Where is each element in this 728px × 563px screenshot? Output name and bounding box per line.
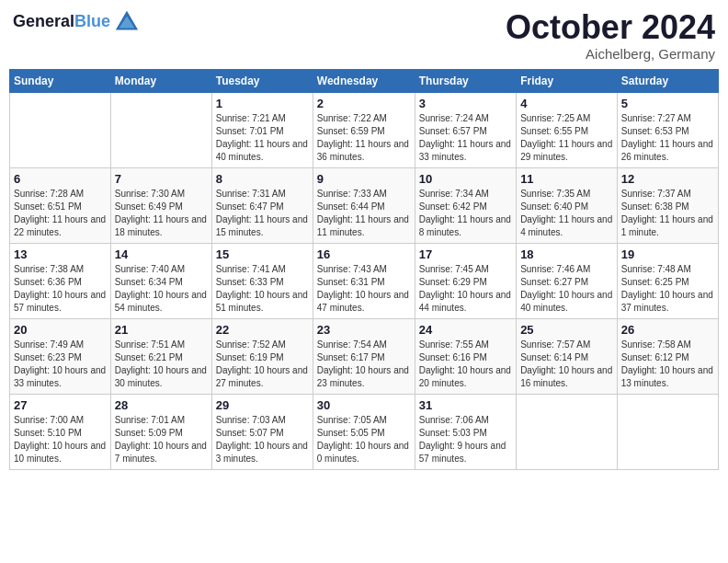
calendar-cell-w1-d0 (10, 92, 111, 167)
calendar-cell-w3-d0: 13Sunrise: 7:38 AM Sunset: 6:36 PM Dayli… (10, 243, 111, 318)
calendar-cell-w1-d3: 2Sunrise: 7:22 AM Sunset: 6:59 PM Daylig… (313, 92, 415, 167)
calendar-cell-w4-d4: 24Sunrise: 7:55 AM Sunset: 6:16 PM Dayli… (415, 318, 516, 394)
logo-icon (114, 9, 140, 35)
day-number: 9 (317, 172, 411, 186)
day-info: Sunrise: 7:55 AM Sunset: 6:16 PM Dayligh… (419, 339, 512, 390)
day-info: Sunrise: 7:52 AM Sunset: 6:19 PM Dayligh… (216, 339, 309, 390)
calendar-cell-w2-d2: 8Sunrise: 7:31 AM Sunset: 6:47 PM Daylig… (211, 167, 313, 243)
day-number: 12 (621, 172, 714, 186)
day-info: Sunrise: 7:37 AM Sunset: 6:38 PM Dayligh… (621, 188, 714, 239)
calendar-cell-w5-d6 (617, 394, 718, 469)
day-number: 6 (14, 172, 107, 186)
day-number: 20 (14, 323, 107, 337)
col-wednesday: Wednesday (313, 69, 415, 92)
day-number: 22 (216, 323, 309, 337)
page-header: GeneralBlue October 2024 Aichelberg, Ger… (9, 9, 719, 62)
col-tuesday: Tuesday (211, 69, 313, 92)
day-info: Sunrise: 7:22 AM Sunset: 6:59 PM Dayligh… (317, 112, 411, 164)
title-block: October 2024 Aichelberg, Germany (506, 9, 715, 62)
day-number: 17 (419, 247, 512, 261)
day-number: 2 (317, 97, 411, 110)
day-number: 13 (14, 247, 107, 261)
calendar-cell-w4-d6: 26Sunrise: 7:58 AM Sunset: 6:12 PM Dayli… (617, 318, 718, 394)
day-number: 15 (216, 247, 309, 261)
day-number: 27 (14, 398, 107, 412)
calendar-cell-w3-d6: 19Sunrise: 7:48 AM Sunset: 6:25 PM Dayli… (617, 243, 718, 318)
day-info: Sunrise: 7:27 AM Sunset: 6:53 PM Dayligh… (621, 112, 714, 164)
calendar-cell-w1-d2: 1Sunrise: 7:21 AM Sunset: 7:01 PM Daylig… (211, 92, 313, 167)
calendar-cell-w4-d0: 20Sunrise: 7:49 AM Sunset: 6:23 PM Dayli… (10, 318, 111, 394)
day-info: Sunrise: 7:21 AM Sunset: 7:01 PM Dayligh… (216, 112, 309, 164)
day-number: 1 (216, 97, 309, 110)
day-info: Sunrise: 7:28 AM Sunset: 6:51 PM Dayligh… (14, 188, 107, 239)
month-title: October 2024 (506, 9, 715, 46)
calendar-cell-w5-d1: 28Sunrise: 7:01 AM Sunset: 5:09 PM Dayli… (110, 394, 211, 469)
day-number: 5 (621, 97, 714, 110)
day-info: Sunrise: 7:30 AM Sunset: 6:49 PM Dayligh… (115, 188, 208, 239)
location-subtitle: Aichelberg, Germany (506, 46, 715, 62)
calendar-cell-w3-d3: 16Sunrise: 7:43 AM Sunset: 6:31 PM Dayli… (313, 243, 415, 318)
calendar-table: Sunday Monday Tuesday Wednesday Thursday… (9, 69, 719, 470)
day-number: 23 (317, 323, 411, 337)
day-info: Sunrise: 7:25 AM Sunset: 6:55 PM Dayligh… (520, 112, 613, 164)
calendar-body: 1Sunrise: 7:21 AM Sunset: 7:01 PM Daylig… (10, 92, 719, 469)
day-info: Sunrise: 7:49 AM Sunset: 6:23 PM Dayligh… (14, 339, 107, 390)
calendar-cell-w5-d4: 31Sunrise: 7:06 AM Sunset: 5:03 PM Dayli… (415, 394, 516, 469)
logo-text: GeneralBlue (13, 13, 110, 31)
day-info: Sunrise: 7:24 AM Sunset: 6:57 PM Dayligh… (419, 112, 512, 164)
day-number: 26 (621, 323, 714, 337)
day-info: Sunrise: 7:38 AM Sunset: 6:36 PM Dayligh… (14, 263, 107, 315)
calendar-cell-w3-d4: 17Sunrise: 7:45 AM Sunset: 6:29 PM Dayli… (415, 243, 516, 318)
day-info: Sunrise: 7:03 AM Sunset: 5:07 PM Dayligh… (216, 414, 309, 465)
calendar-cell-w1-d4: 3Sunrise: 7:24 AM Sunset: 6:57 PM Daylig… (415, 92, 516, 167)
calendar-header-row: Sunday Monday Tuesday Wednesday Thursday… (10, 69, 719, 92)
calendar-cell-w4-d1: 21Sunrise: 7:51 AM Sunset: 6:21 PM Dayli… (110, 318, 211, 394)
calendar-cell-w3-d1: 14Sunrise: 7:40 AM Sunset: 6:34 PM Dayli… (110, 243, 211, 318)
calendar-cell-w5-d0: 27Sunrise: 7:00 AM Sunset: 5:10 PM Dayli… (10, 394, 111, 469)
day-number: 19 (621, 247, 714, 261)
day-info: Sunrise: 7:57 AM Sunset: 6:14 PM Dayligh… (520, 339, 613, 390)
calendar-week-1: 1Sunrise: 7:21 AM Sunset: 7:01 PM Daylig… (10, 92, 719, 167)
day-number: 4 (520, 97, 613, 110)
day-number: 21 (115, 323, 208, 337)
calendar-cell-w2-d3: 9Sunrise: 7:33 AM Sunset: 6:44 PM Daylig… (313, 167, 415, 243)
col-thursday: Thursday (415, 69, 516, 92)
day-number: 3 (419, 97, 512, 110)
day-number: 16 (317, 247, 411, 261)
day-number: 29 (216, 398, 309, 412)
calendar-cell-w4-d3: 23Sunrise: 7:54 AM Sunset: 6:17 PM Dayli… (313, 318, 415, 394)
calendar-cell-w2-d1: 7Sunrise: 7:30 AM Sunset: 6:49 PM Daylig… (110, 167, 211, 243)
col-friday: Friday (517, 69, 618, 92)
calendar-cell-w1-d6: 5Sunrise: 7:27 AM Sunset: 6:53 PM Daylig… (617, 92, 718, 167)
day-info: Sunrise: 7:48 AM Sunset: 6:25 PM Dayligh… (621, 263, 714, 315)
calendar-week-2: 6Sunrise: 7:28 AM Sunset: 6:51 PM Daylig… (10, 167, 719, 243)
day-number: 10 (419, 172, 512, 186)
day-number: 7 (115, 172, 208, 186)
calendar-cell-w5-d2: 29Sunrise: 7:03 AM Sunset: 5:07 PM Dayli… (211, 394, 313, 469)
day-info: Sunrise: 7:01 AM Sunset: 5:09 PM Dayligh… (115, 414, 208, 465)
calendar-cell-w2-d5: 11Sunrise: 7:35 AM Sunset: 6:40 PM Dayli… (517, 167, 618, 243)
day-info: Sunrise: 7:46 AM Sunset: 6:27 PM Dayligh… (520, 263, 613, 315)
calendar-cell-w1-d5: 4Sunrise: 7:25 AM Sunset: 6:55 PM Daylig… (517, 92, 618, 167)
day-info: Sunrise: 7:54 AM Sunset: 6:17 PM Dayligh… (317, 339, 411, 390)
day-number: 24 (419, 323, 512, 337)
calendar-cell-w2-d0: 6Sunrise: 7:28 AM Sunset: 6:51 PM Daylig… (10, 167, 111, 243)
day-number: 31 (419, 398, 512, 412)
day-info: Sunrise: 7:35 AM Sunset: 6:40 PM Dayligh… (520, 188, 613, 239)
day-info: Sunrise: 7:31 AM Sunset: 6:47 PM Dayligh… (216, 188, 309, 239)
day-info: Sunrise: 7:34 AM Sunset: 6:42 PM Dayligh… (419, 188, 512, 239)
calendar-cell-w4-d2: 22Sunrise: 7:52 AM Sunset: 6:19 PM Dayli… (211, 318, 313, 394)
day-info: Sunrise: 7:43 AM Sunset: 6:31 PM Dayligh… (317, 263, 411, 315)
calendar-cell-w4-d5: 25Sunrise: 7:57 AM Sunset: 6:14 PM Dayli… (517, 318, 618, 394)
day-number: 11 (520, 172, 613, 186)
day-info: Sunrise: 7:05 AM Sunset: 5:05 PM Dayligh… (317, 414, 411, 465)
calendar-cell-w2-d6: 12Sunrise: 7:37 AM Sunset: 6:38 PM Dayli… (617, 167, 718, 243)
day-number: 14 (115, 247, 208, 261)
day-number: 25 (520, 323, 613, 337)
day-number: 8 (216, 172, 309, 186)
day-info: Sunrise: 7:00 AM Sunset: 5:10 PM Dayligh… (14, 414, 107, 465)
col-saturday: Saturday (617, 69, 718, 92)
calendar-week-4: 20Sunrise: 7:49 AM Sunset: 6:23 PM Dayli… (10, 318, 719, 394)
calendar-week-5: 27Sunrise: 7:00 AM Sunset: 5:10 PM Dayli… (10, 394, 719, 469)
day-number: 18 (520, 247, 613, 261)
